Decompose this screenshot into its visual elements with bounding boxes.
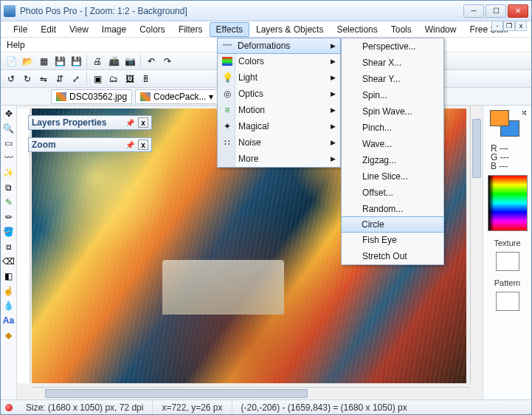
move-tool-icon[interactable]: ✥ (2, 107, 15, 120)
menu-optics[interactable]: ◎ Optics ▶ (218, 86, 340, 102)
mdi-restore-button[interactable]: ❐ (503, 21, 515, 31)
menu-file[interactable]: File (7, 22, 34, 37)
layers-panel-header[interactable]: Layers Properties 📌 x (28, 115, 152, 130)
menu-edit[interactable]: Edit (34, 22, 63, 37)
smudge-tool-icon[interactable]: ☝ (2, 284, 15, 298)
texture-swatch[interactable] (496, 252, 519, 271)
crop-icon[interactable]: ▣ (90, 72, 105, 86)
scrollbar-thumb[interactable] (45, 389, 308, 398)
menu-perspective[interactable]: Perspective... (342, 38, 443, 55)
menu-circle[interactable]: Circle (341, 216, 444, 233)
new-icon[interactable]: 📄 (4, 54, 18, 69)
menu-spin[interactable]: Spin... (342, 87, 443, 103)
menu-image[interactable]: Image (95, 22, 133, 37)
shape-tool-icon[interactable]: ◆ (2, 329, 15, 342)
menu-label: Stretch Out (362, 251, 407, 261)
save-icon[interactable]: 💾 (52, 54, 67, 69)
eraser-tool-icon[interactable]: ⌫ (2, 255, 15, 268)
crop-tool-icon[interactable]: ⧉ (2, 181, 15, 194)
close-icon[interactable]: x (138, 117, 148, 128)
layers-icon[interactable]: 🗂 (106, 72, 121, 86)
menu-noise[interactable]: ∷ Noise ▶ (218, 134, 340, 151)
menu-wave[interactable]: Wave... (342, 136, 443, 152)
separator (140, 55, 141, 68)
grid-icon[interactable]: ▦ (36, 54, 51, 69)
close-button[interactable]: ✕ (508, 4, 528, 18)
menu-filters[interactable]: Filters (172, 22, 210, 37)
menu-label: Offset... (362, 188, 393, 198)
menu-sheary[interactable]: Shear Y... (342, 71, 443, 87)
wand-tool-icon[interactable]: ✨ (2, 166, 15, 179)
pencil-tool-icon[interactable]: ✏ (2, 210, 15, 224)
scrollbar-thumb[interactable] (472, 119, 481, 178)
menu-stretch[interactable]: Stretch Out (342, 248, 443, 264)
undo-icon[interactable]: ↶ (144, 54, 159, 69)
menu-random[interactable]: Random... (342, 201, 443, 217)
gradient-tool-icon[interactable]: ◧ (2, 270, 15, 283)
menu-colors-fx[interactable]: Colors ▶ (218, 53, 340, 69)
tab-doc2[interactable]: CodecPack... ▾ (135, 89, 218, 104)
color-swatches[interactable]: ⤭ (490, 110, 525, 140)
menu-colors[interactable]: Colors (133, 22, 172, 37)
flip-v-icon[interactable]: ⇵ (52, 72, 67, 86)
menu-selections[interactable]: Selections (330, 22, 384, 37)
menu-light[interactable]: 💡 Light ▶ (218, 69, 340, 86)
menu-more[interactable]: More ▶ (218, 151, 340, 167)
menu-deformations[interactable]: 〰 Deformations ▶ (217, 38, 341, 54)
close-icon[interactable]: x (138, 140, 148, 150)
menu-help[interactable]: Help (7, 38, 32, 52)
scan-icon[interactable]: 📠 (106, 54, 121, 69)
open-icon[interactable]: 📂 (20, 54, 35, 69)
menu-magical[interactable]: ✦ Magical ▶ (218, 118, 340, 134)
menu-effects[interactable]: Effects (210, 22, 249, 37)
foreground-color-swatch[interactable] (490, 110, 509, 126)
mdi-close-button[interactable]: x (515, 21, 527, 31)
menu-offset[interactable]: Offset... (342, 185, 443, 201)
menu-layers[interactable]: Layers & Objects (249, 22, 330, 37)
swap-colors-icon[interactable]: ⤭ (521, 109, 527, 117)
menu-spinwave[interactable]: Spin Wave... (342, 103, 443, 120)
submenu-arrow-icon: ▶ (331, 155, 336, 162)
zoom-panel-header[interactable]: Zoom 📌 x (28, 137, 152, 152)
brush-tool-icon[interactable]: ✎ (2, 196, 15, 209)
menu-view[interactable]: View (63, 22, 95, 37)
zoom-tool-icon[interactable]: 🔍 (2, 122, 15, 135)
scrollbar-horizontal[interactable] (32, 387, 470, 399)
redo-icon[interactable]: ↷ (160, 54, 175, 69)
rotate-left-icon[interactable]: ↺ (4, 72, 18, 86)
scrollbar-vertical[interactable] (470, 106, 483, 383)
menu-pinch[interactable]: Pinch... (342, 120, 443, 136)
minimize-button[interactable]: ─ (463, 4, 484, 18)
menu-shearx[interactable]: Shear X... (342, 55, 443, 71)
camera-icon[interactable]: 📷 (122, 54, 137, 69)
menu-lineslice[interactable]: Line Slice... (342, 168, 443, 185)
flip-h-icon[interactable]: ⇋ (36, 72, 51, 86)
readout-b: B --- (491, 162, 509, 171)
pattern-swatch[interactable] (496, 292, 519, 311)
pin-icon[interactable]: 📌 (125, 140, 135, 150)
maximize-button[interactable]: ☐ (486, 4, 506, 18)
menu-zigzag[interactable]: Zigzag... (342, 152, 443, 168)
mdi-minimize-button[interactable]: - (491, 21, 503, 31)
print-icon[interactable]: 🖨 (90, 54, 105, 69)
rotate-right-icon[interactable]: ↻ (20, 72, 35, 86)
lasso-tool-icon[interactable]: 〰 (2, 151, 15, 165)
marquee-tool-icon[interactable]: ▭ (2, 137, 15, 150)
color-picker[interactable] (488, 175, 528, 231)
saveall-icon[interactable]: 💾 (69, 54, 83, 69)
tab-doc1[interactable]: DSC03562.jpg (51, 89, 132, 104)
resize-icon[interactable]: ⤢ (69, 72, 83, 86)
menu-motion[interactable]: ≡ Motion ▶ (218, 102, 340, 118)
menu-tools[interactable]: Tools (384, 22, 418, 37)
menu-fisheye[interactable]: Fish Eye (342, 232, 443, 248)
adjust-icon[interactable]: 🎚 (139, 72, 153, 86)
fill-tool-icon[interactable]: 🪣 (2, 225, 15, 239)
status-led-icon (5, 404, 13, 411)
eyedropper-tool-icon[interactable]: 💧 (2, 299, 15, 312)
menu-window[interactable]: Window (418, 22, 463, 37)
menu-label: Motion (238, 105, 265, 115)
pin-icon[interactable]: 📌 (125, 117, 135, 128)
clone-tool-icon[interactable]: ⧈ (2, 240, 15, 253)
image-icon[interactable]: 🖼 (122, 72, 137, 86)
text-tool-icon[interactable]: Aa (2, 314, 15, 327)
